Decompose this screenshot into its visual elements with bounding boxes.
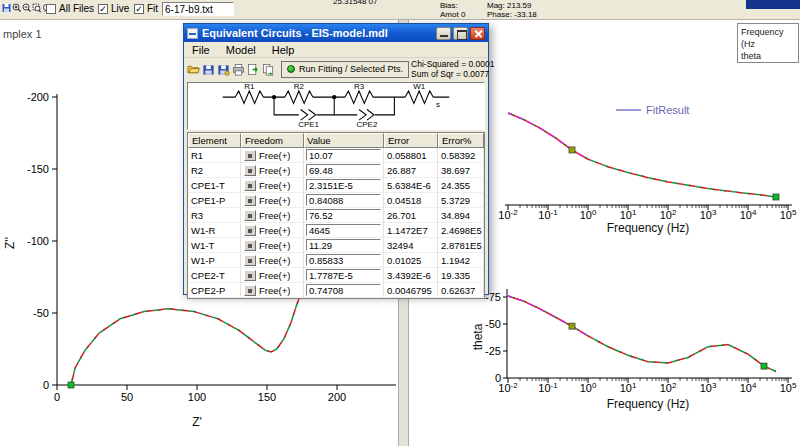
table-row[interactable]: W1-TFree(+)11.29324942.8781E5 [188, 238, 484, 253]
param-value-input[interactable]: 69.48 [306, 164, 381, 176]
bias-readout-label: Bias: [440, 1, 458, 10]
svg-text:100: 100 [188, 391, 206, 403]
header-freedom[interactable]: Freedom [241, 133, 304, 148]
freedom-toggle-button[interactable] [244, 240, 256, 251]
param-element: W1-P [188, 253, 241, 268]
param-freedom-value: Free(+) [259, 150, 290, 161]
zoom-out-icon[interactable] [22, 2, 31, 17]
menu-help[interactable]: Help [264, 43, 303, 57]
export-icon[interactable] [247, 62, 260, 77]
param-element: W1-R [188, 223, 241, 238]
svg-text:10-2: 10-2 [498, 381, 518, 394]
param-value-input[interactable]: 2.3151E-5 [306, 179, 381, 191]
table-row[interactable]: CPE1-TFree(+)2.3151E-55.6384E-624.355 [188, 178, 484, 193]
header-error[interactable]: Error [384, 133, 438, 148]
param-value-input[interactable]: 0.84088 [306, 194, 381, 206]
param-value-input[interactable]: 10.07 [306, 149, 381, 161]
save-as-icon[interactable] [217, 62, 230, 77]
table-row[interactable]: W1-PFree(+)0.858330.010251.1942 [188, 253, 484, 268]
param-value-input[interactable]: 0.74708 [306, 284, 381, 296]
header-value[interactable]: Value [304, 133, 384, 148]
param-value-cell: 0.84088 [304, 193, 384, 208]
all-files-checkbox-box[interactable] [46, 4, 56, 14]
svg-text:-100: -100 [27, 235, 49, 247]
live-label: Live [111, 3, 129, 14]
freedom-toggle-button[interactable] [244, 225, 256, 236]
svg-text:-200: -200 [27, 91, 49, 103]
param-value-cell: 1.7787E-5 [304, 268, 384, 283]
run-fitting-button[interactable]: Run Fitting / Selected Pts. [281, 61, 409, 78]
circuit-panel[interactable]: R1 R2 R3 W1 CPE1 CPE2 s [187, 82, 485, 130]
fit-checkbox-box[interactable]: ✓ [134, 4, 144, 14]
svg-text:50: 50 [121, 391, 133, 403]
amot-readout: Amot 0 [440, 10, 465, 19]
dialog-titlebar[interactable]: Equivalent Circuits - EIS-model.mdl [184, 24, 488, 42]
param-freedom-cell: Free(+) [241, 193, 304, 208]
param-table-rows: R1Free(+)10.070.0588010.58392R2Free(+)69… [188, 148, 484, 298]
zoom-window-icon[interactable] [32, 2, 41, 17]
menu-model[interactable]: Model [218, 43, 264, 57]
circuit-label-cpe2: CPE2 [357, 120, 378, 129]
copy-icon[interactable] [262, 62, 275, 77]
param-value-input[interactable]: 0.85833 [306, 254, 381, 266]
live-checkbox-box[interactable]: ✓ [98, 4, 108, 14]
all-files-checkbox[interactable]: All Files [46, 3, 94, 14]
param-freedom-value: Free(+) [259, 165, 290, 176]
zoom-in-icon[interactable] [12, 2, 21, 17]
param-error-pct: 1.1942 [438, 253, 484, 268]
live-checkbox[interactable]: ✓ Live [98, 3, 129, 14]
svg-text:105: 105 [780, 381, 797, 394]
fit-checkbox[interactable]: ✓ Fit [134, 3, 158, 14]
freedom-toggle-button[interactable] [244, 150, 256, 161]
file-name-input[interactable] [162, 2, 234, 16]
save-icon[interactable] [202, 62, 215, 77]
param-error: 3.4392E-6 [384, 268, 438, 283]
dialog-menubar: File Model Help [184, 42, 488, 58]
param-element: CPE2-P [188, 283, 241, 298]
header-error-pct[interactable]: Error% [438, 133, 484, 148]
menu-file[interactable]: File [184, 43, 218, 57]
tab-complex-1[interactable]: mplex 1 [3, 28, 42, 40]
param-value-input[interactable]: 4645 [306, 224, 381, 236]
freedom-toggle-button[interactable] [244, 285, 256, 296]
circuit-label-r3: R3 [354, 83, 365, 91]
save-icon[interactable] [2, 2, 11, 17]
param-error-pct: 38.697 [438, 163, 484, 178]
freedom-toggle-button[interactable] [244, 255, 256, 266]
svg-text:104: 104 [740, 208, 757, 221]
table-row[interactable]: CPE1-PFree(+)0.840880.045185.3729 [188, 193, 484, 208]
open-icon[interactable] [187, 62, 200, 77]
param-value-input[interactable]: 1.7787E-5 [306, 269, 381, 281]
freedom-toggle-button[interactable] [244, 270, 256, 281]
freedom-toggle-button[interactable] [244, 165, 256, 176]
print-icon[interactable] [232, 62, 245, 77]
param-value-input[interactable]: 11.29 [306, 239, 381, 251]
table-row[interactable]: W1-RFree(+)46451.1472E72.4698E5 [188, 223, 484, 238]
freedom-toggle-button[interactable] [244, 210, 256, 221]
param-error: 1.1472E7 [384, 223, 438, 238]
table-row[interactable]: R2Free(+)69.4826.88738.697 [188, 163, 484, 178]
svg-text:102: 102 [660, 381, 677, 394]
minimize-button[interactable] [436, 27, 451, 40]
legend-fitresult-label: FitResult [646, 104, 689, 116]
header-element[interactable]: Element [188, 133, 241, 148]
table-row[interactable]: R3Free(+)76.5226.70134.894 [188, 208, 484, 223]
svg-text:100: 100 [580, 381, 597, 394]
table-row[interactable]: CPE2-TFree(+)1.7787E-53.4392E-619.335 [188, 268, 484, 283]
param-freedom-value: Free(+) [259, 255, 290, 266]
param-table-header: Element Freedom Value Error Error% [188, 133, 484, 148]
background-window-titlebar-fragment [746, 0, 800, 9]
freedom-toggle-button[interactable] [244, 195, 256, 206]
svg-text:200: 200 [328, 391, 346, 403]
param-element: W1-T [188, 238, 241, 253]
param-value-input[interactable]: 76.52 [306, 209, 381, 221]
table-row[interactable]: CPE2-PFree(+)0.747080.00467950.62637 [188, 283, 484, 298]
param-freedom-value: Free(+) [259, 210, 290, 221]
close-button[interactable] [470, 27, 485, 40]
svg-text:100: 100 [580, 208, 597, 221]
maximize-button[interactable] [453, 27, 468, 40]
table-row[interactable]: R1Free(+)10.070.0588010.58392 [188, 148, 484, 163]
circuit-label-w1: W1 [413, 83, 426, 91]
freedom-toggle-button[interactable] [244, 180, 256, 191]
toolbar-icon-strip [2, 2, 51, 17]
